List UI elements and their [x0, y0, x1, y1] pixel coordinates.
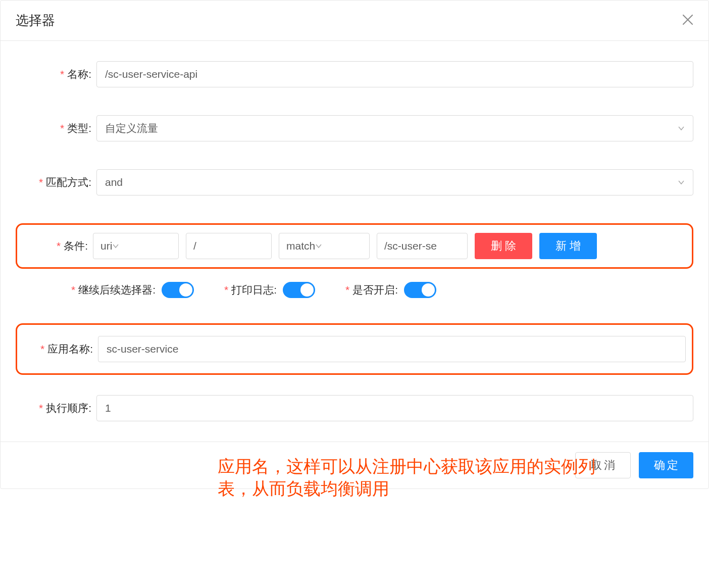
condition-value-input[interactable] [377, 233, 468, 259]
modal-title: 选择器 [16, 12, 55, 29]
name-input[interactable] [96, 61, 693, 87]
required-asterisk: * [60, 122, 64, 134]
required-asterisk: * [71, 284, 75, 296]
chevron-down-icon [678, 179, 685, 186]
required-asterisk: * [224, 284, 228, 296]
log-switch[interactable] [283, 282, 315, 298]
label-order: *执行顺序: [16, 401, 96, 415]
condition-separator-input[interactable] [186, 233, 272, 259]
selector-modal: 选择器 *名称: *类型: 自定义流量 [0, 0, 709, 489]
label-log: *打印日志: [224, 283, 277, 297]
label-enabled: *是否开启: [345, 283, 398, 297]
chevron-down-icon [315, 242, 322, 250]
type-select[interactable]: 自定义流量 [96, 115, 693, 141]
continue-switch[interactable] [162, 282, 194, 298]
order-input[interactable] [96, 395, 693, 421]
label-name: *名称: [16, 67, 96, 81]
match-mode-select[interactable]: and [96, 169, 693, 195]
required-asterisk: * [39, 176, 43, 188]
label-match-mode: *匹配方式: [16, 175, 96, 189]
type-select-value: 自定义流量 [105, 121, 158, 135]
conditions-highlight: *条件: uri match [16, 223, 693, 269]
required-asterisk: * [60, 68, 64, 80]
modal-footer: 取消 确定 [1, 442, 708, 488]
condition-row: uri match 删除 新增 [93, 233, 682, 259]
required-asterisk: * [345, 284, 349, 296]
modal-body: *名称: *类型: 自定义流量 *匹配方式: [1, 41, 708, 442]
chevron-down-icon [112, 242, 119, 250]
app-name-highlight: *应用名称: [16, 323, 693, 375]
required-asterisk: * [39, 402, 43, 414]
switch-knob [179, 283, 192, 297]
modal-header: 选择器 [1, 1, 708, 41]
condition-op-select[interactable]: match [279, 233, 370, 259]
chevron-down-icon [678, 125, 685, 132]
required-asterisk: * [57, 240, 61, 252]
form-row-type: *类型: 自定义流量 [16, 115, 693, 141]
switch-knob [300, 283, 314, 297]
toggle-log: *打印日志: [224, 282, 315, 298]
label-continue: *继续后续选择器: [71, 283, 156, 297]
toggle-enabled: *是否开启: [345, 282, 436, 298]
cancel-button[interactable]: 取消 [575, 452, 631, 478]
toggle-row: *继续后续选择器: *打印日志: *是否开启: [16, 282, 693, 298]
ok-button[interactable]: 确定 [639, 452, 693, 478]
form-row-name: *名称: [16, 61, 693, 87]
label-conditions: *条件: [22, 239, 93, 253]
switch-knob [422, 283, 435, 297]
enabled-switch[interactable] [404, 282, 436, 298]
label-type: *类型: [16, 121, 96, 135]
toggle-continue: *继续后续选择器: [71, 282, 194, 298]
match-mode-value: and [105, 176, 123, 188]
add-condition-button[interactable]: 新增 [539, 233, 597, 259]
delete-condition-button[interactable]: 删除 [475, 233, 532, 259]
condition-key-select[interactable]: uri [93, 233, 179, 259]
conditions-section: *条件: uri match [16, 223, 693, 298]
required-asterisk: * [40, 343, 44, 355]
label-app-name: *应用名称: [17, 342, 98, 356]
form-row-match-mode: *匹配方式: and [16, 169, 693, 195]
app-name-input[interactable] [98, 336, 686, 362]
form-row-order: *执行顺序: [16, 395, 693, 421]
close-icon[interactable] [682, 14, 693, 28]
